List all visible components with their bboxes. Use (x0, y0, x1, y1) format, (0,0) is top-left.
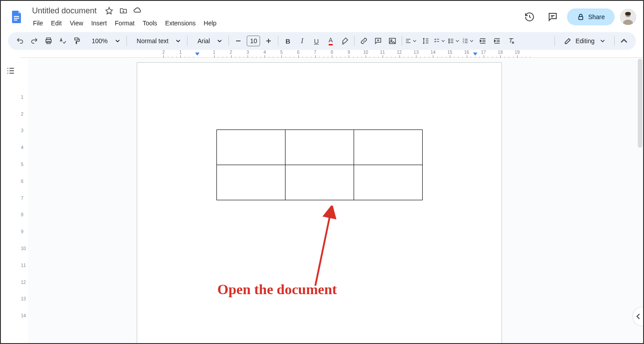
clear-formatting-icon[interactable] (505, 34, 518, 48)
move-icon[interactable] (119, 6, 128, 15)
ruler-label: 6 (297, 50, 300, 55)
redo-icon[interactable] (28, 34, 41, 48)
chevron-down-icon (113, 36, 122, 45)
ruler-label: 12 (21, 279, 26, 284)
ruler-label: 8 (331, 50, 334, 55)
bold-icon[interactable]: B (281, 34, 294, 48)
checklist-icon[interactable] (433, 34, 447, 48)
styles-dropdown[interactable]: Normal text (130, 34, 185, 48)
increase-indent-icon[interactable] (490, 34, 504, 48)
text-color-icon[interactable]: A (324, 34, 337, 48)
highlight-icon[interactable] (338, 34, 351, 48)
collapse-toolbar-icon[interactable] (617, 34, 631, 48)
mode-dropdown[interactable]: Editing (558, 34, 611, 48)
ruler-label: 15 (447, 50, 452, 55)
docs-logo-icon[interactable] (8, 8, 26, 26)
table-cell[interactable] (354, 130, 423, 165)
menu-edit[interactable]: Edit (48, 18, 65, 28)
table-cell[interactable] (217, 130, 285, 165)
svg-point-28 (449, 40, 450, 41)
canvas-area[interactable]: Open the document (28, 59, 643, 343)
chevron-down-icon (453, 36, 461, 45)
ruler-label: 4 (263, 50, 266, 55)
undo-icon[interactable] (13, 34, 27, 48)
document-title[interactable]: Untitled document (29, 5, 99, 16)
print-icon[interactable] (42, 34, 55, 48)
italic-icon[interactable]: I (295, 34, 309, 48)
star-icon[interactable] (105, 6, 114, 15)
ruler-label: 9 (347, 50, 350, 55)
numbered-list-icon[interactable]: 123 (462, 34, 475, 48)
scrollbar[interactable] (638, 59, 642, 148)
font-size-input[interactable] (247, 36, 260, 46)
menu-help[interactable]: Help (200, 18, 220, 28)
ruler-label: 5 (280, 50, 283, 55)
table-cell[interactable] (285, 165, 354, 200)
bulleted-list-icon[interactable] (448, 34, 461, 48)
ruler-label: 2 (230, 50, 232, 55)
line-spacing-icon[interactable] (419, 34, 432, 48)
document-page[interactable] (137, 62, 502, 343)
svg-text:3: 3 (463, 41, 464, 44)
underline-icon[interactable]: U (310, 34, 323, 48)
ruler-label: 11 (21, 263, 26, 267)
ruler-label: 5 (21, 162, 24, 167)
ruler-label: 10 (363, 50, 368, 55)
annotation-arrow (291, 206, 344, 290)
ruler-label: 3 (21, 128, 24, 133)
menu-file[interactable]: File (29, 18, 47, 28)
svg-point-18 (391, 40, 392, 41)
comments-icon[interactable] (544, 8, 562, 26)
menu-insert[interactable]: Insert (88, 18, 110, 28)
menu-tools[interactable]: Tools (139, 18, 161, 28)
paint-format-icon[interactable] (70, 34, 84, 48)
ruler-label: 2 (21, 111, 24, 116)
insert-image-icon[interactable] (386, 34, 399, 48)
horizontal-ruler[interactable]: 2112345678910111213141516171819 (20, 50, 643, 58)
decrease-indent-icon[interactable] (476, 34, 489, 48)
menu-format[interactable]: Format (111, 18, 138, 28)
ruler-label: 19 (515, 50, 520, 55)
outline-icon[interactable] (4, 64, 17, 77)
svg-rect-1 (14, 18, 19, 19)
style-value: Normal text (134, 37, 171, 45)
spellcheck-icon[interactable] (56, 34, 69, 48)
decrease-font-icon[interactable] (232, 34, 245, 48)
zoom-dropdown[interactable]: 100% (85, 34, 124, 48)
ruler-label: 1 (21, 94, 24, 99)
insert-link-icon[interactable] (357, 34, 371, 48)
ruler-label: 17 (481, 50, 486, 55)
zoom-value: 100% (89, 37, 110, 45)
table-cell[interactable] (217, 165, 285, 200)
lock-icon (577, 13, 585, 21)
title-area: Untitled document File Edit View Insert … (29, 4, 521, 29)
increase-font-icon[interactable] (262, 34, 275, 48)
align-icon[interactable] (405, 34, 418, 48)
user-avatar[interactable] (620, 9, 636, 25)
table-cell[interactable] (285, 130, 354, 165)
menu-view[interactable]: View (66, 18, 87, 28)
menubar: File Edit View Insert Format Tools Exten… (29, 17, 521, 29)
font-value: Arial (195, 37, 212, 45)
ruler-label: 7 (314, 50, 317, 55)
pencil-icon (564, 37, 572, 45)
svg-line-55 (315, 211, 331, 286)
share-button[interactable]: Share (567, 8, 615, 25)
chevron-down-icon (439, 36, 447, 45)
table-cell[interactable] (354, 165, 423, 200)
mode-label: Editing (575, 37, 595, 45)
ruler-label: 14 (21, 313, 26, 318)
font-dropdown[interactable]: Arial (190, 34, 226, 48)
ruler-label: 10 (21, 246, 26, 251)
chevron-down-icon (468, 36, 475, 45)
annotation-text: Open the document (217, 281, 337, 298)
menu-extensions[interactable]: Extensions (162, 18, 199, 28)
ruler-label: 2 (163, 50, 165, 55)
vertical-ruler[interactable]: 1234567891011121314 (20, 59, 28, 343)
document-table[interactable] (216, 130, 423, 200)
history-icon[interactable] (521, 8, 538, 26)
add-comment-icon[interactable] (371, 34, 385, 48)
ruler-label: 11 (380, 50, 385, 55)
cloud-status-icon[interactable] (133, 6, 142, 15)
ruler-label: 1 (213, 50, 216, 55)
